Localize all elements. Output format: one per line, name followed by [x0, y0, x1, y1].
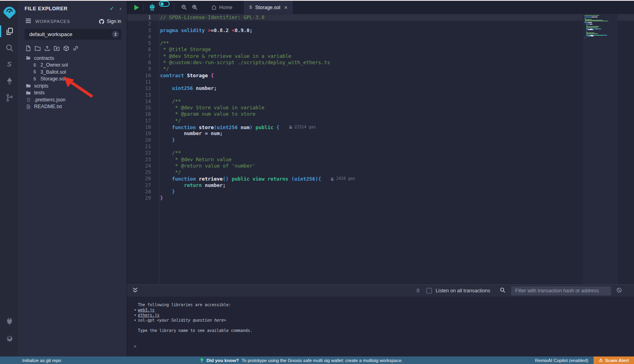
code-line[interactable]: 8 * @custom:dev-run-script ./scripts/dep… [127, 59, 634, 66]
code-line[interactable]: 16 * @param num value to store [127, 111, 634, 117]
tree-item-2-owner-sol[interactable]: S2_Owner.sol [19, 62, 127, 69]
code-line[interactable]: 15 * @dev Store value in variable [127, 105, 634, 111]
upload-folder-icon[interactable] [53, 45, 60, 51]
zoom-out-button[interactable] [181, 1, 187, 14]
upload-file-icon[interactable] [44, 45, 50, 51]
terminal-bullet [134, 328, 138, 333]
scam-alert-button[interactable]: ⚠ Scam Alert [594, 356, 634, 364]
file-explorer-icon[interactable] [0, 23, 19, 40]
terminal-line: The following libraries are accessible: [134, 302, 634, 307]
code-line[interactable]: 26 function retrieve() public view retur… [127, 175, 634, 182]
code-line[interactable]: 22 /** [127, 150, 634, 156]
code-line[interactable]: 11 [127, 79, 634, 85]
file-explorer-panel: FILE EXPLORER ✓ › WORKSPACES Sign in def… [19, 1, 127, 356]
tip-bold: Did you know? [206, 358, 239, 363]
collapse-terminal-icon[interactable] [133, 287, 137, 294]
code-line[interactable]: 17 */ [127, 118, 634, 124]
listen-all-transactions-checkbox[interactable] [426, 288, 432, 293]
new-folder-icon[interactable] [34, 45, 41, 51]
sign-in-label: Sign in [107, 19, 121, 24]
code-text: return number; [159, 182, 226, 189]
transaction-filter-input[interactable] [511, 286, 611, 295]
code-line[interactable]: 4 [127, 34, 634, 40]
settings-icon[interactable] [0, 330, 19, 346]
code-line[interactable]: 29} [127, 195, 634, 201]
code-line[interactable]: 7 * @dev Store & retrieve value in a var… [127, 53, 634, 59]
close-tab-icon[interactable]: × [284, 4, 287, 11]
folder-icon [25, 90, 31, 95]
terminal-lines: The following libraries are accessible:•… [134, 302, 634, 333]
gas-estimate-annotation: 22514 gas [289, 124, 316, 130]
new-file-icon[interactable] [25, 45, 31, 51]
tree-item-readme-txt[interactable]: README.txt [19, 103, 127, 111]
hamburger-menu-icon[interactable] [25, 18, 31, 25]
line-number: 6 [127, 46, 159, 53]
workspace-selector[interactable]: default_workspace [25, 29, 121, 40]
code-line[interactable]: 28 } [127, 189, 634, 195]
remixai-copilot-status[interactable]: RemixAI Copilot (enabled) [535, 358, 588, 363]
editor-tab-bar: Home S Storage.sol × [127, 1, 634, 14]
tree-item-scripts[interactable]: scripts [19, 82, 127, 90]
code-line[interactable]: 2 [127, 21, 634, 27]
editor-and-terminal: Home S Storage.sol × 1// SPDX-License-Id… [127, 1, 634, 356]
git-icon[interactable] [0, 90, 19, 106]
code-line[interactable]: 5/** [127, 40, 634, 46]
load-url-icon[interactable] [73, 45, 79, 51]
plugin-manager-icon[interactable] [0, 313, 19, 330]
terminal-link[interactable]: ethers.js [138, 313, 159, 317]
zoom-in-button[interactable] [192, 1, 198, 14]
minimap[interactable] [583, 14, 618, 284]
code-line[interactable]: 25 */ [127, 169, 634, 175]
code-line[interactable]: 18 function store(uint256 num) public {2… [127, 124, 634, 130]
terminal-link[interactable]: web3.js [138, 308, 155, 312]
code-text: } [159, 195, 163, 201]
line-number: 16 [127, 111, 159, 117]
terminal-output[interactable]: The following libraries are accessible:•… [127, 297, 634, 356]
code-line[interactable]: 21 [127, 143, 634, 150]
code-line[interactable]: 3pragma solidity >=0.8.2 <0.9.0; [127, 27, 634, 34]
copilot-toggle[interactable] [159, 1, 170, 7]
remix-logo-icon[interactable] [0, 2, 19, 23]
code-line[interactable]: 27 return number; [127, 182, 634, 189]
code-lines: 1// SPDX-License-Identifier: GPL-3.023pr… [127, 14, 634, 284]
code-line[interactable]: 13 [127, 92, 634, 98]
code-text: // SPDX-License-Identifier: GPL-3.0 [159, 14, 264, 21]
line-number: 15 [127, 105, 159, 111]
deploy-run-icon[interactable] [0, 73, 19, 90]
code-line[interactable]: 10contract Storage { [127, 72, 634, 79]
load-ipfs-icon[interactable] [63, 45, 69, 51]
chevron-right-icon[interactable]: › [120, 6, 121, 11]
tree-item-contracts[interactable]: contracts [19, 55, 127, 62]
scam-alert-label: Scam Alert [605, 358, 629, 363]
init-git-repo-button[interactable]: Initialize as git repo [0, 358, 61, 363]
tree-item-tests[interactable]: tests [19, 90, 127, 97]
tree-item--prettierrc-json[interactable]: { }.prettierrc.json [19, 96, 127, 103]
code-line[interactable]: 6 * @title Storage [127, 46, 634, 53]
code-line[interactable]: 1// SPDX-License-Identifier: GPL-3.0 [127, 14, 634, 21]
code-line[interactable]: 12 uint256 number; [127, 85, 634, 91]
run-script-button[interactable] [134, 1, 139, 14]
folder-icon [25, 83, 31, 88]
code-line[interactable]: 9 */ [127, 66, 634, 72]
tab-home[interactable]: Home [206, 1, 238, 14]
line-number: 9 [127, 66, 159, 72]
code-line[interactable]: 14 /** [127, 98, 634, 105]
tab-label: Storage.sol [255, 5, 280, 10]
terminal-bullet: • [134, 307, 138, 313]
gas-estimate-annotation: 2410 gas [330, 175, 355, 182]
tab-storage-sol[interactable]: S Storage.sol × [244, 1, 292, 14]
terminal-prompt[interactable]: > [134, 344, 634, 349]
code-editor[interactable]: 1// SPDX-License-Identifier: GPL-3.023pr… [127, 14, 634, 284]
code-line[interactable]: 20 } [127, 137, 634, 143]
code-line[interactable]: 23 * @dev Return value [127, 156, 634, 163]
solidity-compiler-icon[interactable]: S [0, 56, 19, 73]
code-line[interactable]: 24 * @return value of 'number' [127, 163, 634, 169]
tree-item-storage-sol[interactable]: SStorage.sol [19, 76, 127, 83]
code-line[interactable]: 19 number = num; [127, 130, 634, 137]
search-icon[interactable] [0, 40, 19, 56]
workspaces-row: WORKSPACES Sign in [19, 15, 127, 29]
ai-copilot-robot-icon[interactable] [148, 1, 156, 14]
tree-item-3-ballot-sol[interactable]: S3_Ballot.sol [19, 69, 127, 76]
sign-in-button[interactable]: Sign in [99, 19, 121, 25]
clear-console-icon[interactable] [616, 287, 622, 295]
